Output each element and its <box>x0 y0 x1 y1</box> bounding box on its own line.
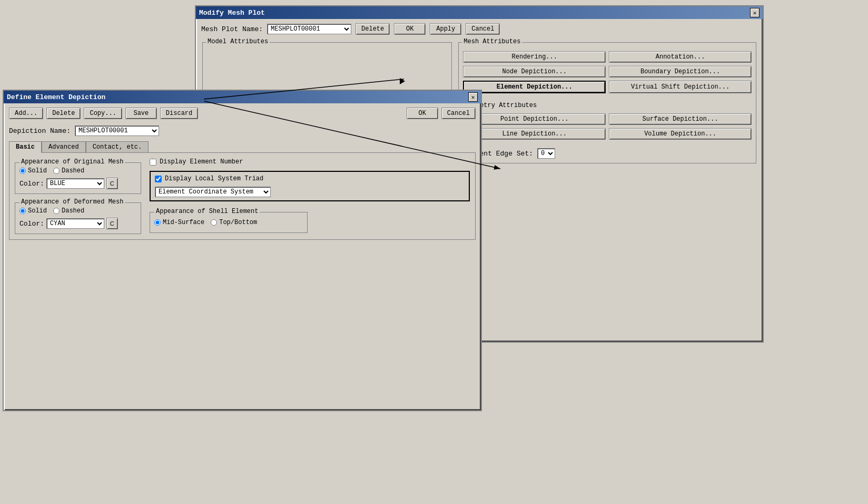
annotation-button[interactable]: Annotation... <box>609 51 752 63</box>
tab-basic[interactable]: Basic <box>9 141 42 153</box>
original-color-row: Color: BLUE C <box>19 178 136 189</box>
define-element-depiction-title: Define Element Depiction <box>7 93 105 101</box>
original-mesh-group: Appearance of Original Mesh Solid Dashed <box>15 162 141 194</box>
geometry-attributes-title: Geometry Attributes <box>463 102 752 109</box>
display-element-number-row: Display Element Number <box>150 158 470 166</box>
dep-delete-button[interactable]: Delete <box>46 108 81 119</box>
dep-cancel-button[interactable]: Cancel <box>441 108 476 119</box>
cancel-button[interactable]: Cancel <box>466 23 500 35</box>
mesh-plot-name-select[interactable]: MESHPLOT00001 <box>267 24 351 34</box>
copy-button[interactable]: Copy... <box>84 108 122 119</box>
display-triad-checkbox[interactable] <box>155 176 162 182</box>
top-bottom-label: Top/Bottom <box>219 219 257 226</box>
original-dashed-option: Dashed <box>53 167 84 175</box>
original-color-select[interactable]: BLUE <box>46 178 104 189</box>
mid-surface-radio[interactable] <box>154 219 161 226</box>
mesh-attributes-title: Mesh Attributes <box>462 38 522 45</box>
ok-button[interactable]: OK <box>394 23 426 35</box>
discard-button[interactable]: Discard <box>160 108 198 119</box>
surface-depiction-button[interactable]: Surface Depiction... <box>609 113 752 125</box>
shell-element-radio: Mid-Surface Top/Bottom <box>154 217 303 228</box>
triad-box: Display Local System Triad Element Coord… <box>150 171 470 201</box>
tab-contact[interactable]: Contact, etc. <box>86 141 149 153</box>
define-element-depiction-title-bar: Define Element Depiction ✕ <box>4 91 481 103</box>
modify-mesh-plot-title-bar: Modify Mesh Plot ✕ <box>196 6 763 19</box>
define-element-depiction-window: Define Element Depiction ✕ Add... Delete… <box>3 90 482 411</box>
mid-surface-label: Mid-Surface <box>163 219 204 226</box>
tab-bar: Basic Advanced Contact, etc. <box>9 141 476 153</box>
right-column: Display Element Number Display Local Sys… <box>150 158 470 234</box>
deformed-mesh-group: Appearance of Deformed Mesh Solid Dashed <box>15 202 141 234</box>
mesh-plot-name-row: Mesh Plot Name: MESHPLOT00001 Delete OK … <box>201 23 757 35</box>
apply-button[interactable]: Apply <box>430 23 461 35</box>
volume-depiction-button[interactable]: Volume Depiction... <box>609 128 752 140</box>
deformed-solid-radio[interactable] <box>19 208 26 214</box>
modify-mesh-plot-close-button[interactable]: ✕ <box>750 8 760 17</box>
top-bottom-radio[interactable] <box>211 219 217 226</box>
deformed-dashed-radio[interactable] <box>53 208 60 214</box>
coordinate-system-select[interactable]: Element Coordinate System <box>155 187 271 197</box>
original-dashed-label: Dashed <box>62 167 84 175</box>
line-depiction-button[interactable]: Line Depiction... <box>463 128 606 140</box>
deformed-solid-option: Solid <box>19 207 47 215</box>
original-solid-radio[interactable] <box>19 168 26 174</box>
shell-element-group: Appearance of Shell Element Mid-Surface … <box>150 212 308 233</box>
add-button[interactable]: Add... <box>9 108 43 119</box>
element-edge-set-select[interactable]: 0 <box>537 148 555 159</box>
depiction-name-row: Depiction Name: MESHPLOT00001 <box>4 123 481 141</box>
depiction-button-row: Add... Delete Copy... Save Discard OK Ca… <box>4 103 481 123</box>
deformed-dashed-label: Dashed <box>62 207 84 215</box>
mesh-plot-name-label: Mesh Plot Name: <box>201 25 263 33</box>
modify-mesh-plot-title: Modify Mesh Plot <box>199 9 265 17</box>
tab-area: Basic Advanced Contact, etc. Appearance … <box>4 141 481 240</box>
deformed-mesh-title: Appearance of Deformed Mesh <box>19 198 125 206</box>
display-element-number-label: Display Element Number <box>160 158 243 166</box>
mesh-appearance-column: Appearance of Original Mesh Solid Dashed <box>15 158 141 234</box>
deformed-dashed-option: Dashed <box>53 207 84 215</box>
depiction-name-select[interactable]: MESHPLOT00001 <box>75 125 159 136</box>
deformed-color-select[interactable]: CYAN <box>46 218 104 229</box>
geometry-attributes-section: Geometry Attributes Point Depiction... S… <box>463 102 752 140</box>
deformed-color-label: Color: <box>19 220 44 228</box>
define-element-depiction-close-button[interactable]: ✕ <box>468 92 478 102</box>
display-triad-row: Display Local System Triad <box>155 175 465 182</box>
display-element-number-checkbox[interactable] <box>150 159 156 166</box>
delete-button[interactable]: Delete <box>356 23 390 35</box>
top-bottom-option: Top/Bottom <box>211 219 257 226</box>
virtual-shift-depiction-button[interactable]: Virtual Shift Depiction... <box>609 81 752 93</box>
original-mesh-style-radio: Solid Dashed <box>19 167 136 175</box>
shell-element-title: Appearance of Shell Element <box>154 208 260 215</box>
original-solid-option: Solid <box>19 167 47 175</box>
tab-advanced[interactable]: Advanced <box>42 141 86 153</box>
dep-ok-button[interactable]: OK <box>407 108 438 119</box>
deformed-mesh-style-radio: Solid Dashed <box>19 207 136 215</box>
element-depiction-button[interactable]: Element Depiction... <box>463 81 606 93</box>
node-depiction-button[interactable]: Node Depiction... <box>463 66 606 77</box>
rendering-button[interactable]: Rendering... <box>463 51 606 63</box>
original-solid-label: Solid <box>28 167 47 175</box>
original-color-button[interactable]: C <box>106 178 118 189</box>
deformed-color-row: Color: CYAN C <box>19 218 136 229</box>
mesh-attributes-buttons: Rendering... Annotation... Node Depictio… <box>463 51 752 93</box>
save-button[interactable]: Save <box>125 108 157 119</box>
display-triad-label: Display Local System Triad <box>165 175 263 182</box>
deformed-color-button[interactable]: C <box>106 218 118 229</box>
boundary-depiction-button[interactable]: Boundary Depiction... <box>609 66 752 77</box>
original-dashed-radio[interactable] <box>53 168 60 174</box>
depiction-name-label: Depiction Name: <box>9 127 71 135</box>
model-attributes-title: Model Attributes <box>206 38 270 45</box>
point-depiction-button[interactable]: Point Depiction... <box>463 113 606 125</box>
mid-surface-option: Mid-Surface <box>154 219 204 226</box>
tab-basic-content: Appearance of Original Mesh Solid Dashed <box>9 152 476 240</box>
basic-content-row: Appearance of Original Mesh Solid Dashed <box>15 158 470 234</box>
deformed-solid-label: Solid <box>28 207 47 215</box>
mesh-attributes-section: Mesh Attributes Rendering... Annotation.… <box>458 42 756 163</box>
original-mesh-title: Appearance of Original Mesh <box>19 158 125 166</box>
original-color-label: Color: <box>19 180 44 188</box>
element-edge-set-row: Element Edge Set: 0 <box>463 148 752 159</box>
